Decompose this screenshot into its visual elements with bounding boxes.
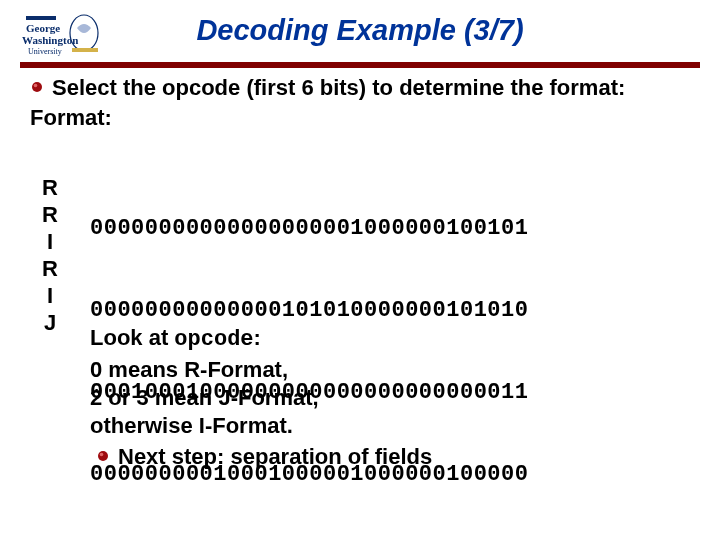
opcode-word: opcode [174,327,253,352]
svg-rect-5 [72,48,98,52]
j-format-rule: 2 or 3 mean J-Format, [90,384,432,412]
format-letter: R [30,201,70,228]
format-label: Format: [30,104,700,132]
bullet-icon [30,80,44,94]
svg-point-7 [34,84,38,88]
format-letter: J [30,309,70,336]
svg-point-9 [100,452,104,456]
intro-bullet: Select the opcode (first 6 bits) to dete… [30,74,700,102]
look-prefix: Look at [90,325,174,350]
next-step-text: Next step: separation of fields [118,443,432,471]
body: Select the opcode (first 6 bits) to dete… [30,74,700,131]
svg-text:University: University [28,47,62,56]
intro-text: Select the opcode (first 6 bits) to dete… [52,74,700,102]
svg-point-8 [98,451,108,461]
slide: George Washington University Decoding Ex… [0,0,720,540]
format-letter: R [30,174,70,201]
i-format-rule: otherwise I-Format. [90,412,432,440]
svg-point-6 [32,82,42,92]
r-format-rule: 0 means R-Format, [90,356,432,384]
bullet-icon [96,449,110,463]
look-suffix: : [254,325,261,350]
format-letters: R R I R I J [30,174,70,336]
slide-title: Decoding Example (3/7) [0,14,720,47]
title-rule [20,62,700,68]
explanation: Look at opcode: 0 means R-Format, 2 or 3… [90,324,432,471]
next-step-bullet: Next step: separation of fields [96,443,432,471]
format-letter: R [30,255,70,282]
binary-row: 00000000000000000001000000100101 [90,215,528,242]
binary-row: 00000000000000101010000000101010 [90,297,528,324]
format-letter: I [30,282,70,309]
look-at-opcode: Look at opcode: [90,324,432,354]
format-letter: I [30,228,70,255]
